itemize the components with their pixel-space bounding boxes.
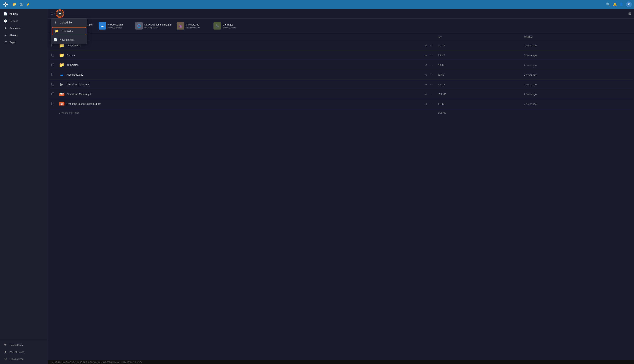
file-actions-1: ⋖ ···	[424, 53, 433, 58]
recent-item-1[interactable]: ☁ Nextcloud.png Recently edited	[96, 21, 132, 31]
recent-sub-4: Recently edited	[223, 26, 237, 28]
checkbox-2[interactable]	[52, 63, 54, 66]
new-text-file-item[interactable]: 📄 New text file	[51, 36, 87, 44]
sidebar-item-deleted-files[interactable]: 🗑 Deleted files	[0, 342, 48, 348]
file-actions-5: ⋖ ···	[424, 92, 433, 97]
row-size-5: 13.1 MB	[435, 89, 522, 99]
nextcloud-logo[interactable]	[2, 1, 9, 8]
png-icon: ☁	[60, 72, 64, 77]
checkbox-4[interactable]	[52, 83, 54, 86]
summary-size-label: 24.6 MB	[438, 111, 446, 114]
recent-item-2[interactable]: 🌐 Nextcloud community.jpg Recently edite…	[132, 21, 174, 31]
contacts-icon[interactable]: 👤	[619, 2, 623, 6]
file-modified-label-3: 2 hours ago	[524, 74, 537, 76]
file-name-label-2[interactable]: Templates	[67, 64, 79, 66]
checkbox-5[interactable]	[52, 92, 54, 96]
all-files-icon: 📄	[4, 12, 7, 16]
folder-icon: 📁	[59, 62, 65, 68]
search-icon[interactable]: 🔍	[606, 2, 610, 6]
share-icon-5[interactable]: ⋖	[424, 92, 428, 97]
layout: 📄 All files 🕐 Recent ★ Favorites ↗ Share…	[0, 9, 634, 364]
row-name-5: PDF Nextcloud Manual.pdf ⋖ ···	[57, 89, 435, 99]
file-actions-3: ⋖ ···	[424, 72, 433, 77]
recent-info-4: Gorilla.jpg Recently edited	[223, 23, 237, 28]
breadcrumb-bar-right: ⊞	[628, 12, 631, 16]
row-modified-5: 2 hours ago	[522, 89, 632, 99]
files-nav-icon[interactable]: 📁	[12, 2, 16, 6]
header-modified[interactable]: Modified	[522, 34, 632, 41]
share-icon-3[interactable]: ⋖	[424, 72, 428, 77]
row-name-3: ☁ Nextcloud.png ⋖ ···	[57, 70, 435, 80]
summary-check	[49, 109, 57, 117]
share-icon-4[interactable]: ⋖	[424, 82, 428, 87]
checkbox-1[interactable]	[52, 54, 54, 56]
main-content: ⌂ › + ⊞ ⬆ Upload file 📁 New folder 📄 New…	[48, 9, 634, 364]
sidebar-item-settings[interactable]: ⚙ Files settings	[0, 356, 48, 362]
row-checkbox-3[interactable]	[49, 70, 57, 80]
file-actions-2: ⋖ ···	[424, 62, 433, 68]
sidebar-item-shares[interactable]: ↗ Shares	[0, 32, 48, 39]
file-table: Name ▲ Size Modified	[49, 34, 632, 117]
file-actions-6: ⋖ ···	[424, 102, 433, 106]
more-icon-2[interactable]: ···	[429, 62, 433, 67]
topbar-left: 📁 🖼 ⚡	[2, 1, 30, 8]
file-name-label-4[interactable]: Nextcloud intro.mp4	[67, 83, 90, 86]
recent-name-4: Gorilla.jpg	[223, 23, 237, 26]
file-name-label-1[interactable]: Photos	[67, 54, 75, 57]
row-name-4: ▶ Nextcloud intro.mp4 ⋖ ···	[57, 80, 435, 89]
row-checkbox-2[interactable]	[49, 60, 57, 70]
new-text-icon: 📄	[54, 38, 58, 42]
user-avatar[interactable]: E	[626, 2, 632, 7]
svg-point-1	[5, 2, 7, 4]
table-row: 📁 Templates ⋖ ··· 233 KB 2 hours ago	[49, 60, 632, 70]
recent-item-3[interactable]: 🍇 Vineyard.jpg Recently edited	[174, 21, 211, 31]
sidebar-item-recent[interactable]: 🕐 Recent	[0, 18, 48, 24]
sidebar-label-recent: Recent	[10, 20, 18, 22]
new-folder-item[interactable]: 📁 New folder	[52, 27, 86, 35]
sidebar-item-tags[interactable]: 🏷 Tags	[0, 39, 48, 46]
more-icon-0[interactable]: ···	[429, 43, 433, 48]
table-row: 📁 Documents ⋖ ··· 1.1 MB 2 hours ago	[49, 41, 632, 50]
share-icon-1[interactable]: ⋖	[424, 53, 428, 58]
breadcrumb-home[interactable]: ⌂	[51, 12, 53, 16]
row-checkbox-4[interactable]	[49, 80, 57, 89]
more-icon-5[interactable]: ···	[429, 92, 433, 96]
checkbox-0[interactable]	[52, 44, 54, 47]
file-name-label-0[interactable]: Documents	[67, 44, 80, 47]
activity-nav-icon[interactable]: ⚡	[26, 2, 30, 6]
sidebar-label-tags: Tags	[10, 41, 15, 44]
file-modified-label-2: 2 hours ago	[524, 64, 537, 66]
row-checkbox-5[interactable]	[49, 89, 57, 99]
file-icon-2: 📁	[59, 62, 65, 68]
more-icon-4[interactable]: ···	[429, 82, 433, 87]
more-icon-1[interactable]: ···	[429, 53, 433, 58]
file-actions-4: ⋖ ···	[424, 82, 433, 87]
upload-file-item[interactable]: ⬆ Upload file	[51, 18, 87, 26]
notifications-icon[interactable]: 🔔	[613, 2, 617, 6]
recent-name-2: Nextcloud community.jpg	[145, 23, 171, 26]
file-name-label-6[interactable]: Reasons to use Nextcloud.pdf	[67, 102, 101, 105]
add-button[interactable]: +	[57, 10, 63, 17]
checkbox-3[interactable]	[52, 73, 54, 76]
sidebar-item-favorites[interactable]: ★ Favorites	[0, 24, 48, 32]
share-icon-6[interactable]: ⋖	[424, 102, 428, 106]
file-name-label-5[interactable]: Nextcloud Manual.pdf	[67, 93, 92, 96]
recent-item-4[interactable]: 🦍 Gorilla.jpg Recently edited	[211, 21, 247, 31]
file-name-label-3[interactable]: Nextcloud.png	[67, 73, 83, 76]
grid-view-icon[interactable]: ⊞	[628, 12, 631, 16]
row-checkbox-6[interactable]	[49, 99, 57, 109]
header-name[interactable]: Name ▲	[57, 34, 435, 41]
row-size-2: 233 KB	[435, 60, 522, 70]
more-icon-6[interactable]: ···	[429, 102, 433, 106]
photos-nav-icon[interactable]: 🖼	[20, 2, 23, 6]
checkbox-6[interactable]	[52, 102, 54, 105]
more-icon-3[interactable]: ···	[429, 72, 433, 77]
row-checkbox-1[interactable]	[49, 50, 57, 60]
row-modified-3: 2 hours ago	[522, 70, 632, 80]
file-size-label-6: 954 KB	[438, 102, 445, 105]
header-size[interactable]: Size	[435, 34, 522, 41]
header-modified-label: Modified	[524, 36, 533, 38]
share-icon-0[interactable]: ⋖	[424, 43, 428, 48]
sidebar-item-all-files[interactable]: 📄 All files	[0, 10, 48, 18]
share-icon-2[interactable]: ⋖	[424, 62, 428, 68]
